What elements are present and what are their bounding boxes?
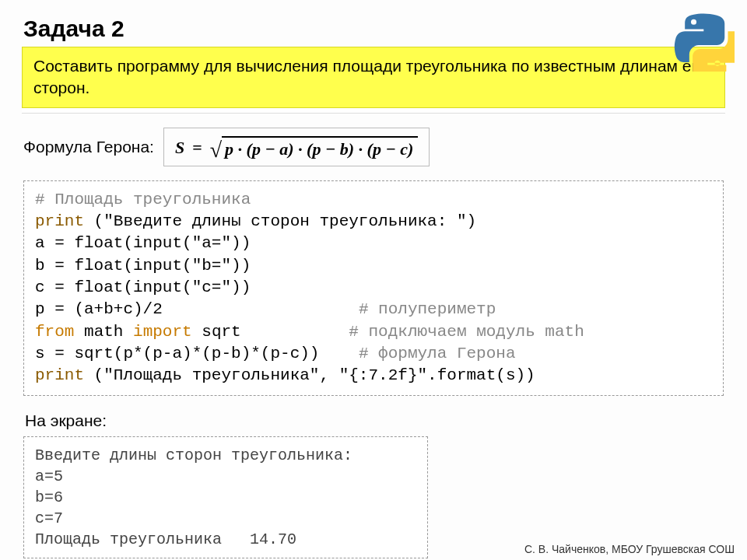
task-title: Задача 2 [23, 16, 725, 42]
onscreen-label: На экране: [25, 411, 725, 430]
code-block: # Площадь треугольника print ("Введите д… [23, 180, 724, 396]
formula-eq: = [192, 138, 202, 158]
formula-radicand: p · (p − a) · (p − b) · (p − c) [222, 136, 418, 159]
footer-credit: С. В. Чайченков, МБОУ Грушевская СОШ [524, 543, 735, 555]
separator [22, 108, 725, 114]
formula-lhs: S [175, 138, 184, 158]
problem-statement: Составить программу для вычисления площа… [22, 47, 725, 108]
output-block: Введите длины сторон треугольника: a=5 b… [23, 436, 428, 558]
radical-icon: √ [210, 142, 222, 158]
formula-label: Формула Герона: [23, 138, 154, 156]
heron-formula: S = √ p · (p − a) · (p − b) · (p − c) [163, 128, 430, 166]
python-logo-icon [674, 11, 735, 72]
